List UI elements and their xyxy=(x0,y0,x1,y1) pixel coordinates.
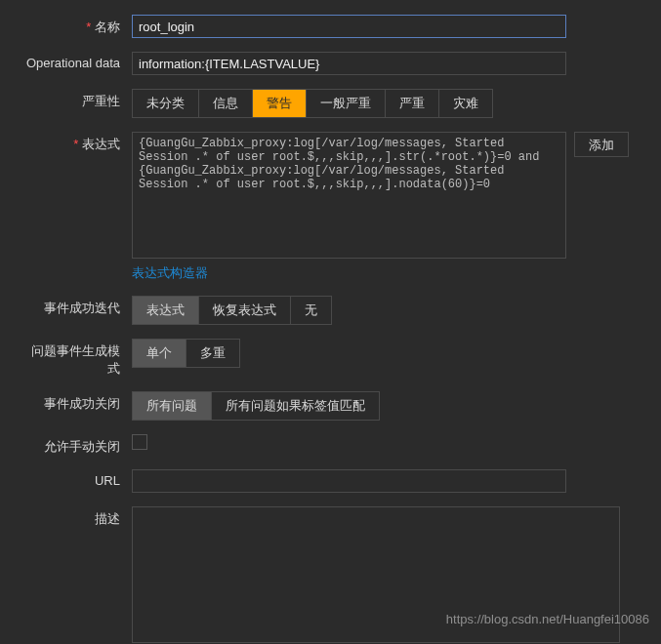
event-ok-close-group: 所有问题 所有问题如果标签值匹配 xyxy=(132,391,380,421)
name-label: 名称 xyxy=(20,15,132,36)
severity-opt-4[interactable]: 严重 xyxy=(386,90,439,117)
severity-opt-2[interactable]: 警告 xyxy=(253,90,307,117)
problem-gen-mode-group: 单个 多重 xyxy=(132,339,240,368)
problem-gen-mode-opt-0[interactable]: 单个 xyxy=(133,340,186,367)
problem-gen-mode-opt-1[interactable]: 多重 xyxy=(186,340,239,367)
event-ok-iter-opt-0[interactable]: 表达式 xyxy=(133,297,199,324)
expression-label: 表达式 xyxy=(20,132,132,153)
operational-data-input[interactable] xyxy=(132,52,566,75)
url-label: URL xyxy=(20,469,132,488)
expression-textarea[interactable] xyxy=(132,132,566,259)
severity-label: 严重性 xyxy=(20,89,132,110)
severity-opt-0[interactable]: 未分类 xyxy=(133,90,199,117)
event-ok-iter-label: 事件成功迭代 xyxy=(20,296,132,317)
event-ok-close-opt-0[interactable]: 所有问题 xyxy=(133,392,212,420)
event-ok-close-opt-1[interactable]: 所有问题如果标签值匹配 xyxy=(212,392,379,420)
allow-manual-close-checkbox[interactable] xyxy=(132,434,147,450)
severity-opt-3[interactable]: 一般严重 xyxy=(307,90,386,117)
event-ok-close-label: 事件成功关闭 xyxy=(20,391,132,413)
event-ok-iter-group: 表达式 恢复表达式 无 xyxy=(132,296,332,325)
event-ok-iter-opt-1[interactable]: 恢复表达式 xyxy=(199,297,291,324)
watermark-text: https://blog.csdn.net/Huangfei10086 xyxy=(446,612,649,626)
name-input[interactable] xyxy=(132,15,566,38)
allow-manual-close-label: 允许手动关闭 xyxy=(20,434,132,456)
severity-opt-5[interactable]: 灾难 xyxy=(439,90,492,117)
severity-group: 未分类 信息 警告 一般严重 严重 灾难 xyxy=(132,89,493,118)
operational-data-label: Operational data xyxy=(20,52,132,70)
description-label: 描述 xyxy=(20,506,132,528)
expression-add-button[interactable]: 添加 xyxy=(574,132,629,157)
event-ok-iter-opt-2[interactable]: 无 xyxy=(291,297,331,324)
url-input[interactable] xyxy=(132,469,566,493)
expression-builder-link[interactable]: 表达式构造器 xyxy=(132,264,208,282)
problem-gen-mode-label: 问题事件生成模式 xyxy=(20,339,132,378)
severity-opt-1[interactable]: 信息 xyxy=(199,90,253,117)
